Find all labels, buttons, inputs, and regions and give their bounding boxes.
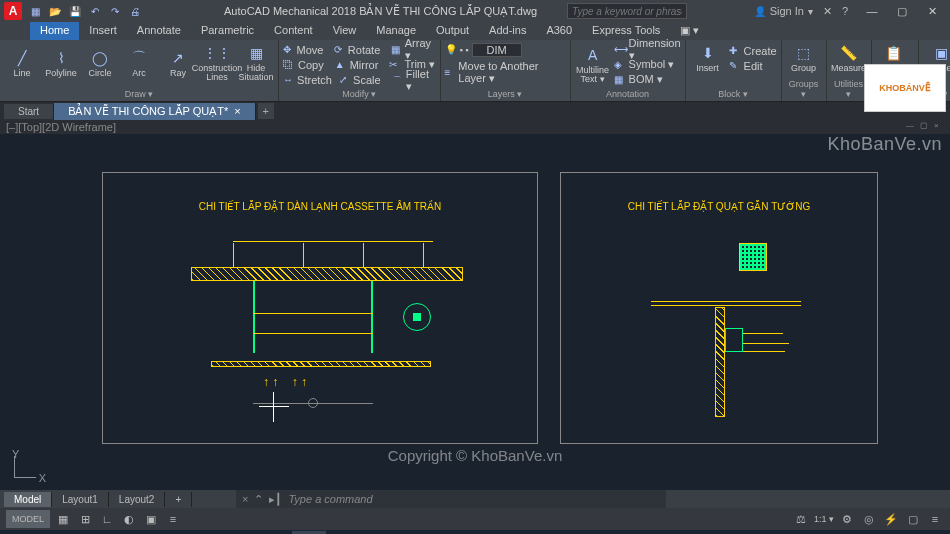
tab-home[interactable]: Home (30, 22, 79, 40)
open-icon[interactable]: 📂 (48, 4, 62, 18)
drawing-frame-left: CHI TIẾT LẮP ĐẶT DÀN LẠNH CASSETTE ÂM TR… (102, 172, 538, 444)
leader-line (743, 343, 789, 344)
annotation-scale[interactable]: ⚖ (792, 510, 810, 528)
active-file-tab[interactable]: BẢN VẼ THI CÔNG LẮP QUẠT*× (54, 103, 256, 120)
copyright-watermark: Copyright © KhoBanVe.vn (388, 447, 563, 464)
ribbon: ╱Line ⌇Polyline ◯Circle ⌒Arc ↗Ray ⋮⋮Cons… (0, 40, 950, 102)
tab-a360[interactable]: A360 (536, 22, 582, 40)
tab-parametric[interactable]: Parametric (191, 22, 264, 40)
viewport-label[interactable]: [–][Top][2D Wireframe] (6, 121, 116, 133)
model-paper-toggle[interactable]: MODEL (6, 510, 50, 528)
fan-mount (725, 328, 743, 352)
leader-line (423, 243, 424, 267)
vp-restore-icon[interactable]: ▢ (920, 121, 930, 131)
group-button[interactable]: ⬚Group (786, 42, 822, 74)
leader-line (743, 351, 785, 352)
document-tabs: Start BẢN VẼ THI CÔNG LẮP QUẠT*× + (0, 102, 950, 120)
command-line[interactable]: × ⌃ ▸┃ Type a command (236, 490, 666, 508)
measure-button[interactable]: 📏Measure (831, 42, 867, 74)
layer-combo[interactable]: 💡▪ ▪ DIM (445, 42, 566, 57)
leader-line (743, 333, 783, 334)
titlebar: A ▦ 📂 💾 ↶ ↷ 🖨 AutoCAD Mechanical 2018 BẢ… (0, 0, 950, 22)
clean-screen[interactable]: ▢ (904, 510, 922, 528)
edit-block-button[interactable]: ✎Edit (729, 58, 777, 73)
group-label: Draw ▾ (4, 88, 274, 99)
exchange-icon[interactable]: ✕ (823, 5, 832, 18)
close-cmdline-icon[interactable]: × (242, 493, 248, 505)
cassette-unit (253, 281, 373, 353)
hardware-accel[interactable]: ⚡ (882, 510, 900, 528)
close-button[interactable]: ✕ (918, 2, 946, 20)
ortho-toggle[interactable]: ∟ (98, 510, 116, 528)
text-button[interactable]: AMultiline Text ▾ (575, 44, 611, 85)
arc-button[interactable]: ⌒Arc (121, 47, 157, 79)
insert-button[interactable]: ⬇Insert (690, 42, 726, 74)
ray-button[interactable]: ↗Ray (160, 47, 196, 79)
signin-button[interactable]: 👤 Sign In ▾ (754, 5, 813, 17)
tab-content[interactable]: Content (264, 22, 323, 40)
tab-insert[interactable]: Insert (79, 22, 127, 40)
brand-watermark: KHOBÁNVẼ (864, 64, 946, 112)
help-icon[interactable]: ? (842, 5, 848, 17)
ribbon-group-modify: ✥Move ⟳Rotate ▦Array ▾ ⿻Copy ▲Mirror ✂Tr… (279, 40, 441, 101)
leader-line (303, 243, 304, 267)
drawing-canvas[interactable]: KhoBanVe.vn CHI TIẾT LẮP ĐẶT DÀN LẠNH CA… (0, 134, 950, 490)
snap-toggle[interactable]: ⊞ (76, 510, 94, 528)
isolate-objects[interactable]: ◎ (860, 510, 878, 528)
cmdline-chevron-icon[interactable]: ⌃ (254, 493, 263, 506)
maximize-button[interactable]: ▢ (888, 2, 916, 20)
app-menu-button[interactable]: A (4, 2, 22, 20)
vp-minimize-icon[interactable]: — (906, 121, 916, 131)
drawing-title-left: CHI TIẾT LẮP ĐẶT DÀN LẠNH CASSETTE ÂM TR… (103, 201, 537, 212)
ceiling-line (651, 305, 801, 306)
quick-access-toolbar: ▦ 📂 💾 ↶ ↷ 🖨 (28, 4, 142, 18)
close-tab-icon[interactable]: × (234, 105, 240, 117)
window-title: AutoCAD Mechanical 2018 BẢN VẼ THI CÔNG … (224, 5, 537, 18)
osnap-toggle[interactable]: ▣ (142, 510, 160, 528)
grid-toggle[interactable]: ▦ (54, 510, 72, 528)
customize-icon[interactable]: ≡ (926, 510, 944, 528)
dimension-button[interactable]: ⟷Dimension ▾ (614, 42, 681, 57)
tab-annotate[interactable]: Annotate (127, 22, 191, 40)
plot-icon[interactable]: 🖨 (128, 4, 142, 18)
move-to-layer-button[interactable]: ≡Move to Another Layer ▾ (445, 65, 566, 80)
move-button[interactable]: ✥Move ⟳Rotate ▦Array ▾ (283, 42, 436, 57)
stretch-button[interactable]: ↔Stretch ⤢Scale ⌒Fillet ▾ (283, 73, 436, 88)
leader-line (233, 243, 234, 267)
unit-line (253, 313, 373, 314)
ribbon-tabs: Home Insert Annotate Parametric Content … (0, 22, 950, 40)
polyline-button[interactable]: ⌇Polyline (43, 47, 79, 79)
hide-situation-button[interactable]: ▦Hide Situation (238, 42, 274, 83)
undo-icon[interactable]: ↶ (88, 4, 102, 18)
wall-hatch (715, 307, 725, 417)
model-tab[interactable]: Model (4, 492, 52, 507)
create-block-button[interactable]: ✚Create (729, 43, 777, 58)
tab-view[interactable]: View (323, 22, 367, 40)
new-icon[interactable]: ▦ (28, 4, 42, 18)
new-tab-button[interactable]: + (258, 103, 274, 119)
vp-close-icon[interactable]: × (934, 121, 944, 131)
scale-combo[interactable]: 1:1 ▾ (814, 510, 834, 528)
tab-addins[interactable]: Add-ins (479, 22, 536, 40)
circle-button[interactable]: ◯Circle (82, 47, 118, 79)
start-tab[interactable]: Start (4, 104, 54, 119)
save-icon[interactable]: 💾 (68, 4, 82, 18)
file-tab-label: BẢN VẼ THI CÔNG LẮP QUẠT* (68, 105, 228, 118)
redo-icon[interactable]: ↷ (108, 4, 122, 18)
construction-lines-button[interactable]: ⋮⋮Construction Lines (199, 42, 235, 83)
layout1-tab[interactable]: Layout1 (52, 492, 109, 507)
ribbon-group-annotation: AMultiline Text ▾ ⟷Dimension ▾ ◈Symbol ▾… (571, 40, 686, 101)
ribbon-group-groups: ⬚Group Groups ▾ (782, 40, 827, 101)
add-layout-button[interactable]: + (165, 492, 192, 507)
search-input[interactable] (567, 3, 687, 19)
minimize-button[interactable]: — (858, 2, 886, 20)
symbol-button[interactable]: ◈Symbol ▾ (614, 57, 681, 72)
line-button[interactable]: ╱Line (4, 47, 40, 79)
bom-button[interactable]: ▦BOM ▾ (614, 72, 681, 87)
drawing-frame-right: CHI TIẾT LẮP ĐẶT QUẠT GẮN TƯỜNG (560, 172, 878, 444)
polar-toggle[interactable]: ◐ (120, 510, 138, 528)
lineweight-toggle[interactable]: ≡ (164, 510, 182, 528)
workspace-toggle[interactable]: ⚙ (838, 510, 856, 528)
windows-taskbar: ⊞ 🔍 ⧉ ◉ e 📁 🛍 ✉ A 🎨 ˄ 🛡 🖧 🔊 ENG 3:01 PM … (0, 530, 950, 534)
layout2-tab[interactable]: Layout2 (109, 492, 166, 507)
